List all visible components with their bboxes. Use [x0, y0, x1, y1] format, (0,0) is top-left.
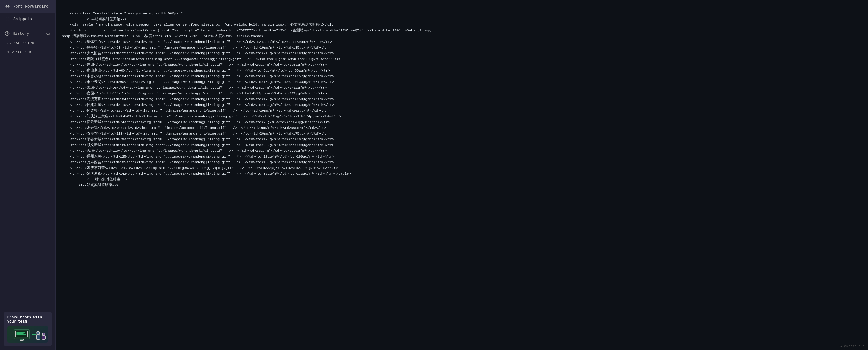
code-line: <tr><td>奥体中心</td><td>110</td><td><img sr… [62, 39, 862, 45]
remote-host-label: 82.156.118.183 [7, 41, 38, 46]
svg-rect-9 [20, 339, 23, 340]
sidebar-history-section[interactable]: History [0, 28, 56, 39]
code-line: <tr><td>丰台云岗</td><td>90</td><td><img src… [62, 79, 862, 85]
code-line: <tr><td>平谷新城</td><td>79</td><td><img src… [62, 137, 862, 142]
code-line: <tr><td>大兴旧宫</td><td>122</td><td><img sr… [62, 51, 862, 56]
code-line: <tr><td>古城</td><td>96</td><td><img src="… [62, 85, 862, 91]
code-line: <!--站点实时值结束--> [62, 177, 862, 182]
code-display: <div class="weilai" style=" margin:auto;… [62, 11, 862, 188]
code-line: <tr><td>密云新城</td><td>74</td><td><img src… [62, 119, 862, 125]
main-code-panel: <div class="weilai" style=" margin:auto;… [56, 0, 868, 350]
code-line: <!--站点实时值结束--> [62, 182, 862, 188]
share-card-illustration [7, 326, 48, 343]
code-line: <tr><td>东四</td><td>118</td><td><img src=… [62, 62, 862, 68]
sidebar: Port Forwarding Snippets History [0, 0, 56, 350]
code-line: <tr><td>农展馆</td><td>113</td><td><img src… [62, 131, 862, 137]
svg-rect-11 [36, 334, 40, 340]
sidebar-bottom: Share hosts with your team [0, 308, 56, 350]
code-line: <tr><td>房山燕山</td><td>60</td><td><img src… [62, 68, 862, 74]
curly-braces-icon [5, 16, 10, 22]
code-line: <div class="weilai" style=" margin:auto;… [62, 11, 862, 17]
share-card: Share hosts with your team [4, 312, 52, 346]
code-line: <tr><td>官园</td><td>111</td><td><img src=… [62, 91, 862, 96]
svg-point-12 [42, 333, 45, 335]
code-line: <tr><td>门头沟三家店</td><td>87</td><td><img s… [62, 114, 862, 119]
code-line: <tr><td>昌平镇</td><td>93</td><td><img src=… [62, 45, 862, 51]
history-label: History [13, 31, 29, 36]
arrow-right-left-icon [5, 4, 10, 9]
sidebar-item-snippets[interactable]: Snippets [0, 13, 56, 25]
sidebar-item-port-forwarding[interactable]: Port Forwarding [0, 0, 56, 13]
code-line: <tr><td>海淀万柳</td><td>104</td><td><img sr… [62, 96, 862, 102]
svg-line-2 [49, 34, 50, 35]
code-line: <tr><td>万寿西宫</td><td>105</td><td><img sr… [62, 159, 862, 165]
svg-rect-13 [42, 336, 45, 340]
code-line: <tr><td>顺义新城</td><td>125</td><td><img sr… [62, 142, 862, 148]
clock-icon [5, 31, 10, 36]
code-line: <tr><td>延庆石河营</td><td>123</td><td><img s… [62, 165, 862, 171]
port-forwarding-label: Port Forwarding [13, 4, 49, 9]
code-line: <!--站点实时值开始--> [62, 17, 862, 22]
share-card-title: Share hosts with your team [7, 315, 48, 324]
code-line: <tr><td>怀柔新城</td><td>110</td><td><img sr… [62, 102, 862, 108]
sidebar-host-local[interactable]: 192.168.1.3 [0, 48, 56, 57]
sidebar-divider [0, 27, 56, 27]
code-line: nbsp;污染等级</th><th width="20%" >PM2.5浓度</… [62, 33, 862, 39]
search-icon[interactable] [46, 31, 51, 36]
svg-rect-4 [16, 331, 28, 337]
code-line: <tr><td>定陵（对照点）</td><td>60</td><td><img … [62, 56, 862, 62]
code-line: <tr><td>延庆夏都</td><td>142</td><td><img sr… [62, 171, 862, 177]
svg-point-10 [37, 331, 40, 334]
code-line: <tr><td>通州东关</td><td>125</td><td><img sr… [62, 154, 862, 159]
code-line: <tr><td>密云镇</td><td>70</td><td><img src=… [62, 125, 862, 131]
code-line: <div style=" margin:auto; width:960px; t… [62, 22, 862, 28]
code-line: <tr><td>怀柔镇</td><td>126</td><td><img src… [62, 108, 862, 114]
code-line: <tr><td>天坛</td><td>110</td><td><img src=… [62, 148, 862, 154]
footer-attribution: CSDN @Marsbup t [835, 345, 864, 348]
local-host-label: 192.168.1.3 [7, 50, 31, 55]
snippets-label: Snippets [13, 17, 32, 22]
sidebar-host-remote[interactable]: 82.156.118.183 [0, 39, 56, 48]
code-line: <table > <thead onclick="sortColumn(even… [62, 28, 862, 33]
code-line: <tr><td>丰台小屯</td><td>104</td><td><img sr… [62, 74, 862, 79]
